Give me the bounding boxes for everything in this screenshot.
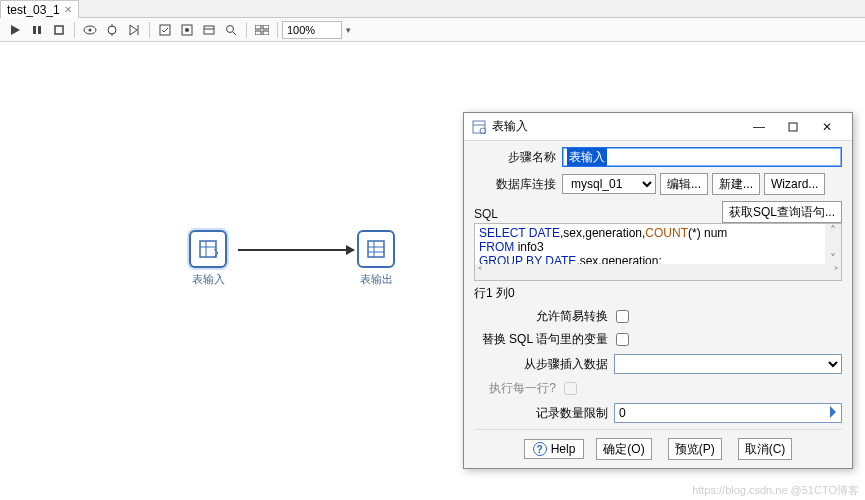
tab-label: test_03_1 [7,3,60,17]
svg-point-16 [227,25,234,32]
sql-textarea[interactable]: SELECT DATE,sex,generation,COUNT(*) num … [474,223,842,281]
replay-icon[interactable] [123,20,145,40]
stop-icon[interactable] [48,20,70,40]
svg-rect-21 [263,31,269,35]
label-each-row: 执行每一行? [474,380,562,397]
svg-marker-0 [11,25,20,35]
cancel-button[interactable]: 取消(C) [738,438,793,460]
svg-rect-18 [255,25,261,29]
separator [74,22,75,38]
label-limit: 记录数量限制 [474,405,614,422]
impact-icon[interactable] [176,20,198,40]
svg-line-17 [233,32,236,35]
run-icon[interactable] [4,20,26,40]
svg-rect-11 [160,25,170,35]
separator [277,22,278,38]
tab-test-03-1[interactable]: test_03_1 ✕ [0,0,79,18]
node-label: 表输出 [346,272,406,287]
label-db-conn: 数据库连接 [474,176,562,193]
dialog-title: 表输入 [492,118,742,135]
node-label: 表输入 [178,272,238,287]
limit-input[interactable] [614,403,842,423]
close-icon[interactable]: ✕ [64,4,72,15]
scrollbar-horizontal[interactable]: ˂˃ [475,264,841,280]
replace-vars-checkbox[interactable] [616,333,629,346]
title-bar[interactable]: 表输入 — ✕ [464,113,852,141]
table-input-dialog: 表输入 — ✕ 步骤名称 表输入 数据库连接 mysql_01 编辑... 新建… [463,112,853,469]
help-icon: ? [533,442,547,456]
db-connection-select[interactable]: mysql_01 [562,174,656,194]
scrollbar-vertical[interactable]: ˄˅ [825,224,841,266]
edit-conn-button[interactable]: 编辑... [660,173,708,195]
debug-icon[interactable] [101,20,123,40]
label-insert-from-step: 从步骤插入数据 [474,356,614,373]
insert-from-step-select[interactable] [614,354,842,374]
table-input-icon [189,230,227,268]
get-sql-button[interactable]: 获取SQL查询语句... [722,201,842,223]
step-name-input[interactable]: 表输入 [562,147,842,167]
preview-button[interactable]: 预览(P) [668,438,722,460]
node-table-output[interactable]: 表输出 [346,230,406,287]
dialog-icon [472,120,486,134]
separator [149,22,150,38]
label-sql: SQL [474,207,722,221]
svg-rect-1 [33,26,36,34]
svg-rect-25 [368,241,384,257]
label-allow-lazy: 允许简易转换 [474,308,614,325]
close-icon[interactable]: ✕ [810,117,844,137]
each-row-checkbox [564,382,577,395]
maximize-icon[interactable] [776,117,810,137]
watermark: https://blog.csdn.ne @51CTO博客 [692,483,859,498]
ok-button[interactable]: 确定(O) [596,438,651,460]
svg-marker-9 [130,25,137,35]
tab-bar: test_03_1 ✕ [0,0,865,18]
minimize-icon[interactable]: — [742,117,776,137]
preview-icon[interactable] [79,20,101,40]
svg-rect-3 [55,26,63,34]
svg-rect-32 [789,123,797,131]
svg-rect-20 [255,31,261,35]
svg-rect-29 [473,121,485,133]
wizard-button[interactable]: Wizard... [764,173,825,195]
hop-arrow[interactable] [238,249,354,251]
sql-icon[interactable] [198,20,220,40]
toolbar: ▾ [0,18,865,42]
button-bar: ? Help 确定(O) 预览(P) 取消(C) [474,429,842,460]
help-button[interactable]: ? Help [524,439,585,459]
allow-lazy-checkbox[interactable] [616,310,629,323]
svg-rect-14 [204,26,214,34]
svg-rect-19 [263,25,269,29]
variable-icon[interactable] [830,406,842,418]
chevron-down-icon[interactable]: ▾ [342,25,351,35]
zoom-input[interactable] [282,21,342,39]
label-replace-vars: 替换 SQL 语句里的变量 [474,331,614,348]
label-step-name: 步骤名称 [474,149,562,166]
new-conn-button[interactable]: 新建... [712,173,760,195]
node-table-input[interactable]: 表输入 [178,230,238,287]
explore-icon[interactable] [220,20,242,40]
layout-icon[interactable] [251,20,273,40]
svg-rect-2 [38,26,41,34]
separator [246,22,247,38]
pause-icon[interactable] [26,20,48,40]
svg-point-13 [185,28,189,32]
svg-point-5 [89,28,92,31]
svg-rect-22 [200,241,216,257]
svg-point-6 [108,26,116,34]
table-output-icon [357,230,395,268]
cursor-position: 行1 列0 [474,285,842,302]
verify-icon[interactable] [154,20,176,40]
